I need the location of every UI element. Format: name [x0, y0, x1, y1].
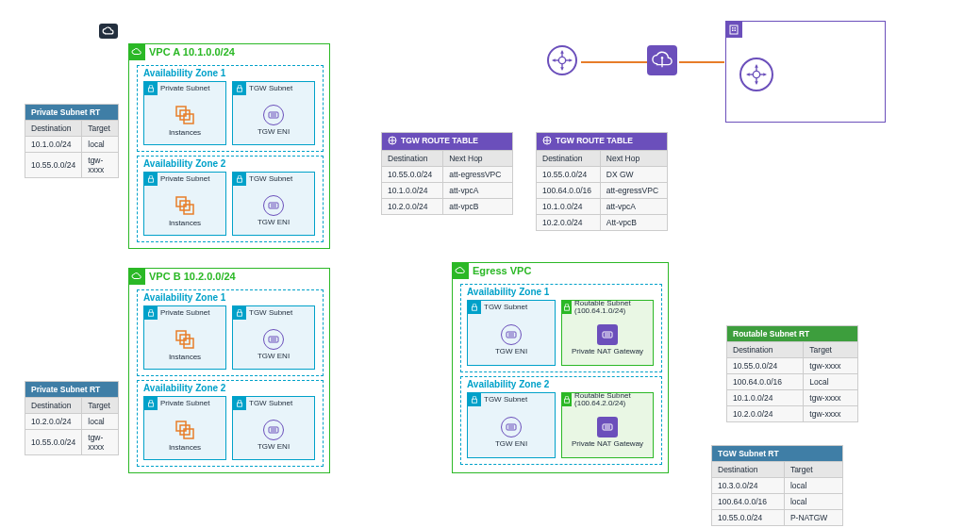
cell: 10.55.0.0/24 — [712, 510, 785, 526]
col: Destination — [382, 151, 443, 167]
az-label: Availability Zone 1 — [143, 292, 225, 303]
connection-line — [679, 61, 724, 63]
svg-marker-70 — [755, 81, 758, 85]
svg-marker-54 — [560, 67, 564, 71]
subnet-label: Private Subnet — [160, 309, 209, 317]
rt-title: Private Subnet RT — [25, 105, 119, 121]
lock-icon — [144, 82, 158, 95]
svg-rect-12 — [238, 178, 242, 182]
tgw-route-table-2: TGW ROUTE TABLE DestinationNext Hop 10.5… — [536, 132, 668, 231]
svg-rect-13 — [269, 203, 278, 208]
rt-title: TGW ROUTE TABLE — [401, 136, 478, 145]
tgw-subnet: TGW Subnet TGW ENI — [232, 396, 315, 460]
aws-cloud-icon — [99, 24, 118, 39]
eni-icon — [263, 329, 284, 350]
eni-label: TGW ENI — [257, 218, 290, 226]
cell: 100.64.0.0/16 — [537, 183, 601, 199]
svg-rect-28 — [238, 403, 242, 406]
private-subnet: Private Subnet Instances — [143, 172, 226, 236]
vpc-icon — [128, 43, 145, 60]
svg-rect-45 — [603, 424, 612, 430]
svg-rect-63 — [735, 30, 737, 32]
instances-label: Instances — [169, 353, 201, 361]
svg-rect-8 — [149, 178, 154, 182]
svg-rect-16 — [149, 312, 154, 316]
lock-icon — [562, 301, 572, 314]
lock-icon — [233, 173, 246, 186]
nat-gateway-icon — [597, 324, 618, 345]
tgw-subnet-rt: TGW Subnet RT DestinationTarget 10.3.0.0… — [711, 445, 843, 526]
cell: att-vpcA — [443, 183, 513, 199]
col: Target — [804, 342, 858, 358]
col: Destination — [537, 151, 601, 167]
col: Target — [784, 462, 842, 478]
svg-rect-33 — [507, 332, 516, 338]
az-label: Availability Zone 1 — [143, 68, 225, 78]
egress-az1: Availability Zone 1 TGW Subnet TGW ENI R… — [460, 284, 662, 372]
lock-icon — [144, 397, 158, 410]
cell: 10.55.0.0/24 — [382, 167, 443, 183]
vpc-b: VPC B 10.2.0.0/24 Availability Zone 1 Pr… — [128, 268, 330, 473]
subnet-label: TGW Subnet — [249, 175, 292, 183]
cell: 10.2.0.0/24 — [727, 406, 804, 422]
vpc-b-az2: Availability Zone 2 Private Subnet Insta… — [137, 380, 324, 467]
cell: att-vpcA — [600, 199, 667, 215]
cell: tgw-xxxx — [804, 406, 858, 422]
direct-connect-gateway-icon — [647, 45, 677, 75]
svg-marker-55 — [552, 58, 556, 62]
nat-gateway-icon — [597, 417, 618, 437]
cell: local — [784, 494, 842, 510]
lock-icon — [233, 306, 246, 320]
lock-icon — [144, 173, 158, 186]
az-label: Availability Zone 2 — [143, 383, 225, 393]
eni-label: TGW ENI — [257, 127, 290, 136]
tgw-subnet: TGW Subnet TGW ENI — [467, 300, 556, 366]
col: Destination — [727, 342, 804, 358]
svg-point-48 — [558, 57, 565, 63]
az-label: Availability Zone 2 — [143, 158, 225, 169]
subnet-label: Routable Subnet (100.64.1.0/24) — [574, 300, 653, 315]
svg-point-64 — [753, 71, 759, 77]
rt-title: Routable Subnet RT — [727, 326, 858, 342]
svg-rect-32 — [473, 306, 477, 310]
subnet-label: TGW Subnet — [249, 309, 292, 317]
corporate-data-center — [725, 21, 886, 123]
connection-line — [581, 61, 647, 63]
eni-label: TGW ENI — [257, 352, 290, 360]
svg-rect-5 — [269, 112, 278, 118]
eni-icon — [263, 195, 284, 216]
vpc-a: VPC A 10.1.0.0/24 Availability Zone 1 Pr… — [128, 43, 330, 249]
private-subnet-rt-a: Private Subnet RT DestinationTarget 10.1… — [25, 104, 119, 178]
rt-title: TGW Subnet RT — [712, 446, 843, 462]
svg-rect-21 — [269, 337, 278, 342]
subnet-label: Private Subnet — [160, 85, 209, 92]
lock-icon — [468, 301, 481, 314]
cell: 10.2.0.0/24 — [382, 199, 443, 215]
cell: att-egressVPC — [443, 167, 513, 183]
private-subnet: Private Subnet Instances — [143, 305, 226, 370]
col: Destination — [25, 398, 82, 414]
route-table-icon — [542, 136, 552, 147]
instances-icon — [174, 328, 196, 351]
eni-label: TGW ENI — [257, 442, 290, 451]
cell: 10.1.0.0/24 — [25, 137, 82, 153]
cell: 100.64.0.0/16 — [727, 374, 804, 390]
svg-rect-60 — [732, 27, 734, 29]
routable-subnet-rt: Routable Subnet RT DestinationTarget 10.… — [726, 325, 858, 422]
lock-icon — [233, 397, 246, 410]
egress-az2: Availability Zone 2 TGW Subnet TGW ENI R… — [460, 376, 662, 465]
svg-marker-53 — [560, 50, 564, 54]
cell: 10.3.0.0/24 — [712, 478, 785, 494]
transit-gateway-icon — [547, 45, 577, 75]
cell: Att-vpcB — [600, 215, 667, 231]
svg-rect-17 — [180, 335, 190, 344]
svg-rect-44 — [565, 399, 570, 403]
vpc-a-title: VPC A 10.1.0.0/24 — [149, 46, 235, 58]
svg-rect-29 — [269, 427, 278, 433]
subnet-label: TGW Subnet — [249, 85, 292, 92]
subnet-label: TGW Subnet — [249, 400, 292, 407]
instances-label: Instances — [169, 128, 201, 137]
subnet-label: Routable Subnet (100.64.2.0/24) — [574, 392, 653, 407]
az-label: Availability Zone 2 — [467, 379, 549, 389]
cell: local — [784, 478, 842, 494]
